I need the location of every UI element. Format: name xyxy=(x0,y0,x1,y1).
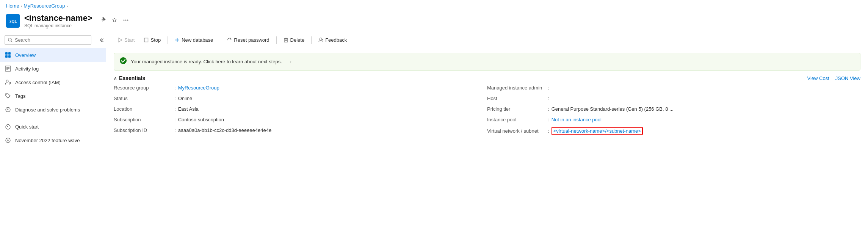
feedback-button[interactable]: Feedback xyxy=(315,35,351,45)
star-icon[interactable] xyxy=(111,17,118,25)
sidebar-item-november-wave-label: November 2022 feature wave xyxy=(15,138,80,143)
svg-rect-25 xyxy=(284,39,288,42)
sql-icon: SQL xyxy=(8,16,17,25)
stop-button[interactable]: Stop xyxy=(140,35,165,45)
tags-icon xyxy=(5,93,11,99)
breadcrumb-resource-group[interactable]: MyResourceGroup xyxy=(24,3,65,9)
svg-point-2 xyxy=(123,20,124,21)
host-label: Host xyxy=(487,96,548,101)
reset-password-icon xyxy=(227,38,232,42)
new-database-button[interactable]: New database xyxy=(171,35,217,45)
sidebar-nav: Overview Activity log Access control (IA… xyxy=(0,48,106,229)
content-area: Start Stop New database Reset password xyxy=(106,32,868,229)
delete-icon xyxy=(284,38,288,42)
essentials-row-instance-pool: Instance pool : Not in an instance pool xyxy=(487,117,860,125)
sidebar-divider xyxy=(0,118,106,118)
sidebar-item-overview-label: Overview xyxy=(15,52,36,58)
svg-rect-9 xyxy=(5,55,8,58)
essentials-row-status: Status : Online xyxy=(114,96,487,104)
pricing-value: General Purpose Standard-series (Gen 5) … xyxy=(552,106,674,112)
sidebar-item-diagnose[interactable]: Diagnose and solve problems xyxy=(0,103,106,116)
sidebar-item-quick-start[interactable]: Quick start xyxy=(0,120,106,133)
svg-point-5 xyxy=(8,38,11,41)
essentials-title: ∧ Essentials xyxy=(114,75,145,81)
sidebar-search-box[interactable] xyxy=(5,35,91,45)
essentials-left-col: Resource group : MyResourceGroup Status … xyxy=(114,85,487,136)
essentials-row-location: Location : East Asia xyxy=(114,106,487,114)
svg-point-4 xyxy=(127,20,128,21)
essentials-row-host: Host : xyxy=(487,96,860,104)
resource-group-label: Resource group xyxy=(114,85,174,91)
diagnose-icon xyxy=(5,106,11,113)
november-wave-icon xyxy=(5,137,11,144)
breadcrumb-sep-2: › xyxy=(66,4,68,8)
essentials-row-pricing: Pricing tier : General Purpose Standard-… xyxy=(487,106,860,114)
start-icon xyxy=(118,38,122,42)
json-view-link[interactable]: JSON View xyxy=(835,75,860,81)
subscription-value: Contoso subscription xyxy=(178,117,224,122)
svg-marker-21 xyxy=(118,38,122,42)
sidebar-collapse-button[interactable] xyxy=(96,35,106,46)
start-button[interactable]: Start xyxy=(114,35,138,45)
sidebar-search-container xyxy=(0,32,96,48)
breadcrumb-home[interactable]: Home xyxy=(6,3,19,9)
sidebar-item-diagnose-label: Diagnose and solve problems xyxy=(15,107,80,113)
essentials-row-subscription: Subscription : Contoso subscription xyxy=(114,117,487,125)
svg-rect-22 xyxy=(144,38,148,42)
status-value: Online xyxy=(178,96,193,101)
banner-arrow: → xyxy=(287,59,292,64)
toolbar-sep-3 xyxy=(276,36,277,44)
resource-name: <instance-name> xyxy=(24,13,92,23)
sidebar-search-row xyxy=(0,32,106,48)
toolbar-sep-4 xyxy=(311,36,312,44)
instance-pool-label: Instance pool xyxy=(487,117,548,122)
search-icon xyxy=(8,38,13,42)
main-layout: Overview Activity log Access control (IA… xyxy=(0,32,868,229)
search-input[interactable] xyxy=(15,37,88,43)
toolbar-sep-1 xyxy=(168,36,168,44)
breadcrumb-sep-1: › xyxy=(21,4,22,8)
new-database-icon xyxy=(175,38,180,42)
resource-group-value[interactable]: MyResourceGroup xyxy=(178,85,219,91)
sidebar-item-tags-label: Tags xyxy=(15,93,25,99)
toolbar-sep-2 xyxy=(220,36,220,44)
resource-subtitle: SQL managed instance xyxy=(24,23,92,28)
svg-point-3 xyxy=(125,20,126,21)
access-control-icon xyxy=(5,79,11,86)
svg-point-32 xyxy=(120,57,127,64)
essentials-row-subscription-id: Subscription ID : aaaa0a0a-bb1b-cc2c-dd3… xyxy=(114,127,487,136)
svg-point-16 xyxy=(9,82,11,84)
essentials-chevron-icon[interactable]: ∧ xyxy=(114,76,117,81)
resource-title-block: <instance-name> SQL managed instance xyxy=(24,13,92,28)
delete-button[interactable]: Delete xyxy=(280,35,309,45)
more-icon[interactable] xyxy=(123,17,129,25)
sidebar-item-tags[interactable]: Tags xyxy=(0,89,106,103)
sidebar-item-access-control[interactable]: Access control (IAM) xyxy=(0,75,106,89)
banner-message: Your managed instance is ready. Click he… xyxy=(131,59,282,64)
sidebar-item-november-wave[interactable]: November 2022 feature wave xyxy=(0,133,106,147)
ready-banner[interactable]: Your managed instance is ready. Click he… xyxy=(114,53,860,71)
svg-rect-7 xyxy=(5,52,8,55)
essentials-row-resource-group: Resource group : MyResourceGroup xyxy=(114,85,487,93)
sidebar-item-overview[interactable]: Overview xyxy=(0,48,106,62)
view-cost-link[interactable]: View Cost xyxy=(807,75,829,81)
svg-point-30 xyxy=(320,38,322,40)
sidebar-item-activity-log[interactable]: Activity log xyxy=(0,62,106,75)
svg-rect-10 xyxy=(8,55,11,58)
essentials-actions: View Cost JSON View xyxy=(807,75,860,81)
reset-password-button[interactable]: Reset password xyxy=(223,35,273,45)
instance-pool-value[interactable]: Not in an instance pool xyxy=(552,117,602,122)
vnet-value[interactable]: <virtual-network-name>/<subnet-name> xyxy=(552,127,643,135)
svg-line-6 xyxy=(11,41,12,42)
stop-icon xyxy=(144,38,149,42)
pin-icon[interactable] xyxy=(100,17,106,25)
header-action-icons xyxy=(100,17,129,25)
status-label: Status xyxy=(114,96,174,101)
subscription-label: Subscription xyxy=(114,117,174,122)
essentials-header: ∧ Essentials View Cost JSON View xyxy=(114,75,860,81)
svg-point-15 xyxy=(6,80,8,82)
sidebar-item-access-control-label: Access control (IAM) xyxy=(15,80,61,85)
resource-icon: SQL xyxy=(6,14,20,28)
location-label: Location xyxy=(114,106,174,112)
subscription-id-value: aaaa0a0a-bb1b-cc2c-dd3d-eeeeee4e4e4e xyxy=(178,127,272,133)
